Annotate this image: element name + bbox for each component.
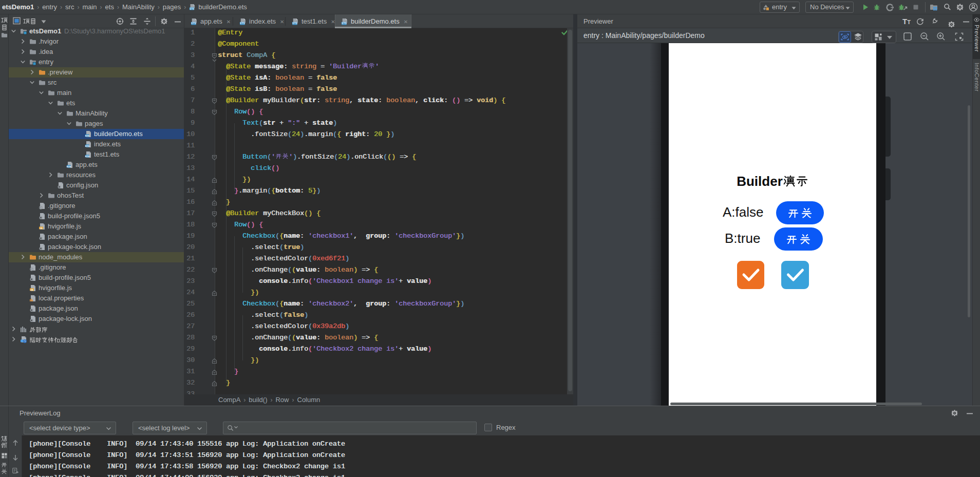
svg-text:ETS: ETS bbox=[292, 22, 297, 25]
svg-text:ETS: ETS bbox=[240, 22, 245, 25]
svg-text:ETS: ETS bbox=[85, 135, 90, 137]
svg-text:ETS: ETS bbox=[85, 155, 90, 158]
svg-text:ETS: ETS bbox=[67, 165, 71, 168]
svg-text:JS: JS bbox=[40, 227, 42, 230]
svg-text:ETS: ETS bbox=[190, 8, 194, 10]
svg-text:JS: JS bbox=[30, 289, 33, 291]
svg-text:ETS: ETS bbox=[191, 22, 196, 25]
svg-text:ETS: ETS bbox=[85, 145, 90, 147]
svg-text:ETS: ETS bbox=[342, 22, 347, 25]
